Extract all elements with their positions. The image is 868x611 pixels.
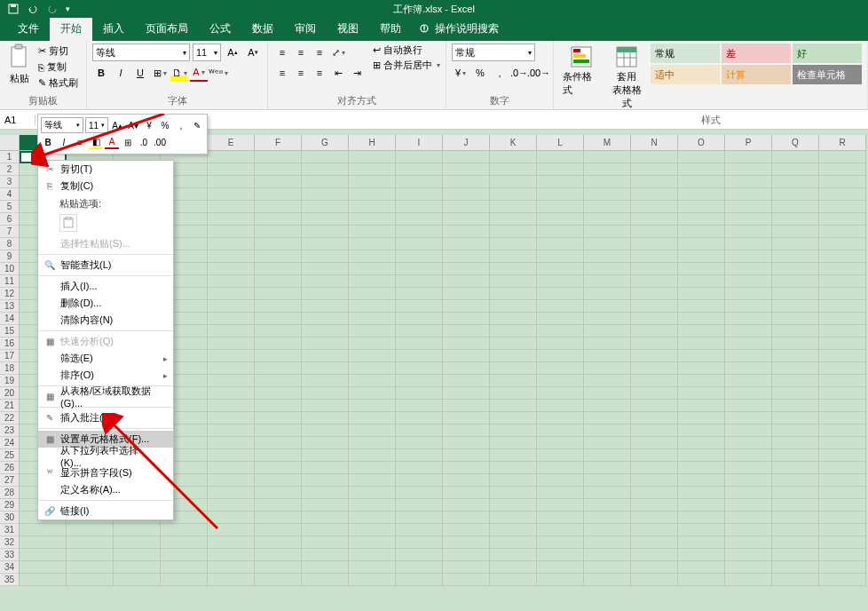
cell[interactable] <box>349 201 396 213</box>
cell[interactable] <box>349 151 396 163</box>
cm-sort[interactable]: 排序(O)▸ <box>38 367 173 384</box>
cell[interactable] <box>396 536 443 549</box>
cell[interactable] <box>772 375 819 387</box>
font-name-combo[interactable]: 等线▾ <box>92 44 190 61</box>
row-header-19[interactable]: 19 <box>0 375 20 387</box>
cell[interactable] <box>537 250 584 263</box>
cell[interactable] <box>396 288 443 300</box>
col-header-H[interactable]: H <box>349 135 396 151</box>
cell[interactable] <box>114 574 161 586</box>
cell[interactable] <box>349 226 396 238</box>
cell[interactable] <box>584 375 631 387</box>
cell[interactable] <box>208 449 255 462</box>
cell[interactable] <box>537 288 584 300</box>
cell[interactable] <box>537 238 584 250</box>
cell[interactable] <box>772 574 819 586</box>
cell[interactable] <box>255 536 302 549</box>
cell[interactable] <box>584 437 631 449</box>
cell[interactable] <box>631 362 678 375</box>
tab-help[interactable]: 帮助 <box>369 17 412 41</box>
cell[interactable] <box>349 536 396 549</box>
cell[interactable] <box>208 288 255 300</box>
cell[interactable] <box>443 375 490 387</box>
cell[interactable] <box>208 325 255 337</box>
cell[interactable] <box>490 412 537 425</box>
cell[interactable] <box>208 188 255 201</box>
cell[interactable] <box>537 536 584 549</box>
cell[interactable] <box>349 561 396 574</box>
cell[interactable] <box>819 288 866 300</box>
col-header-J[interactable]: J <box>443 135 490 151</box>
cell[interactable] <box>161 574 208 586</box>
cell[interactable] <box>443 350 490 362</box>
cell[interactable] <box>819 561 866 574</box>
cell[interactable] <box>396 176 443 188</box>
cell[interactable] <box>208 300 255 313</box>
cell[interactable] <box>443 449 490 462</box>
cell[interactable] <box>302 462 349 474</box>
cell[interactable] <box>819 250 866 263</box>
cell[interactable] <box>725 163 772 176</box>
cell[interactable] <box>302 163 349 176</box>
cell[interactable] <box>490 474 537 487</box>
cell[interactable] <box>490 524 537 536</box>
cell[interactable] <box>631 375 678 387</box>
cell[interactable] <box>537 275 584 288</box>
cell[interactable] <box>302 387 349 400</box>
row-header-18[interactable]: 18 <box>0 362 20 375</box>
cell[interactable] <box>631 574 678 586</box>
cell[interactable] <box>819 536 866 549</box>
cell[interactable] <box>819 474 866 487</box>
cell[interactable] <box>208 549 255 561</box>
cm-insert-comment[interactable]: ✎插入批注(M) <box>38 409 173 426</box>
cell[interactable] <box>537 425 584 437</box>
style-calc[interactable]: 计算 <box>722 65 791 84</box>
cell[interactable] <box>725 176 772 188</box>
cell[interactable] <box>443 574 490 586</box>
cell[interactable] <box>537 350 584 362</box>
cell[interactable] <box>631 462 678 474</box>
cell[interactable] <box>584 325 631 337</box>
cm-show-pinyin[interactable]: ᵂ显示拼音字段(S) <box>38 464 173 481</box>
cell[interactable] <box>208 437 255 449</box>
cell[interactable] <box>819 263 866 275</box>
mini-align-icon[interactable]: ≡ <box>73 135 87 149</box>
cell[interactable] <box>772 499 819 512</box>
cell[interactable] <box>349 375 396 387</box>
cell[interactable] <box>302 151 349 163</box>
cell[interactable] <box>443 536 490 549</box>
cell[interactable] <box>631 549 678 561</box>
cell[interactable] <box>349 288 396 300</box>
cell[interactable] <box>772 300 819 313</box>
mini-currency-icon[interactable]: ¥ <box>142 118 156 132</box>
cell[interactable] <box>537 375 584 387</box>
cell[interactable] <box>772 288 819 300</box>
cell[interactable] <box>772 250 819 263</box>
cell[interactable] <box>443 151 490 163</box>
cell[interactable] <box>537 163 584 176</box>
cell[interactable] <box>490 499 537 512</box>
row-header-23[interactable]: 23 <box>0 425 20 437</box>
cell[interactable] <box>396 524 443 536</box>
cell[interactable] <box>490 561 537 574</box>
mini-painter-icon[interactable]: ✎ <box>190 118 204 132</box>
cell[interactable] <box>208 213 255 226</box>
cell[interactable] <box>255 574 302 586</box>
row-header-24[interactable]: 24 <box>0 437 20 449</box>
cell[interactable] <box>584 499 631 512</box>
cell[interactable] <box>208 425 255 437</box>
col-header-P[interactable]: P <box>725 135 772 151</box>
align-middle-icon[interactable]: ≡ <box>292 44 310 61</box>
number-format-combo[interactable]: 常规▾ <box>452 44 535 61</box>
cell[interactable] <box>772 362 819 375</box>
align-left-icon[interactable]: ≡ <box>273 64 291 82</box>
cell[interactable] <box>584 151 631 163</box>
row-header-17[interactable]: 17 <box>0 350 20 362</box>
cell[interactable] <box>490 151 537 163</box>
cell[interactable] <box>631 400 678 412</box>
row-header-15[interactable]: 15 <box>0 325 20 337</box>
cell[interactable] <box>537 437 584 449</box>
cell[interactable] <box>725 412 772 425</box>
cell[interactable] <box>490 188 537 201</box>
cell[interactable] <box>819 487 866 499</box>
